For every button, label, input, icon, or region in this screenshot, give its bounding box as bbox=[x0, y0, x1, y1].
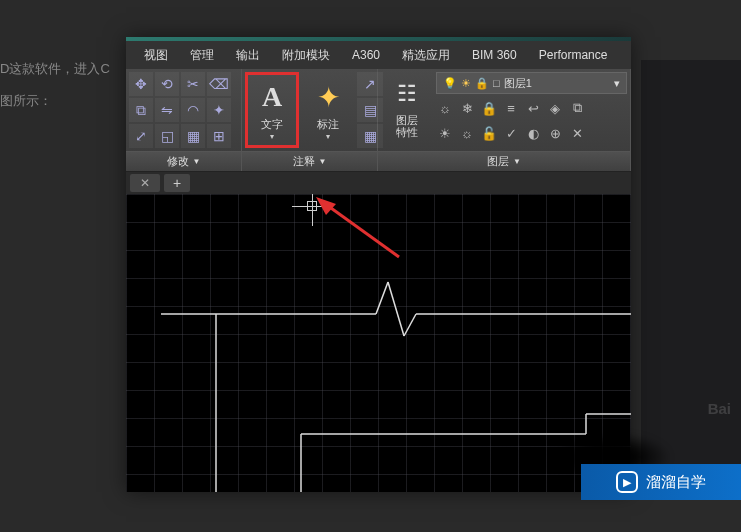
bg-text-line1: D这款软件，进入C bbox=[0, 60, 110, 78]
layers-label-text: 图层 bbox=[487, 154, 509, 169]
panel-annotate-label[interactable]: 注释 ▼ bbox=[242, 151, 377, 171]
menu-performance[interactable]: Performance bbox=[529, 44, 618, 66]
layerprops-label: 图层 特性 bbox=[396, 114, 418, 138]
array-icon[interactable]: ▦ bbox=[181, 124, 205, 148]
watermark-label: 溜溜自学 bbox=[646, 473, 706, 492]
bg-text-line2: 图所示： bbox=[0, 92, 110, 110]
dimension-button[interactable]: ✦ 标注 ▾ bbox=[302, 72, 354, 148]
stretch-icon[interactable]: ⤢ bbox=[129, 124, 153, 148]
chevron-down-icon: ▾ bbox=[614, 77, 620, 90]
annotate-label-text: 注释 bbox=[293, 154, 315, 169]
chevron-down-icon: ▼ bbox=[193, 157, 201, 166]
layer-iso-icon[interactable]: ◈ bbox=[546, 99, 564, 117]
panel-annotate: A 文字 ▾ ✦ 标注 ▾ ↗ ▤ ▦ 注释 ▼ bbox=[242, 69, 378, 171]
fillet-icon[interactable]: ◠ bbox=[181, 98, 205, 122]
layer-copy-icon[interactable]: ⧉ bbox=[568, 99, 586, 117]
offset-icon[interactable]: ⊞ bbox=[207, 124, 231, 148]
layer-properties-button[interactable]: ☷ 图层 特性 bbox=[381, 72, 433, 142]
erase-icon[interactable]: ⌫ bbox=[207, 72, 231, 96]
menubar: 视图 管理 输出 附加模块 A360 精选应用 BIM 360 Performa… bbox=[126, 41, 631, 69]
panel-layers-label[interactable]: 图层 ▼ bbox=[378, 151, 630, 171]
svg-line-1 bbox=[376, 282, 388, 314]
layer-thaw-icon[interactable]: ☼ bbox=[458, 124, 476, 142]
chevron-down-icon: ▾ bbox=[326, 132, 330, 141]
bulb-icon: 💡 bbox=[443, 77, 457, 90]
explode-icon[interactable]: ✦ bbox=[207, 98, 231, 122]
layer-on-icon[interactable]: ☀ bbox=[436, 124, 454, 142]
layer-unlock-icon[interactable]: 🔓 bbox=[480, 124, 498, 142]
chevron-down-icon: ▾ bbox=[270, 132, 274, 141]
layer-current-icon[interactable]: ✓ bbox=[502, 124, 520, 142]
layer-merge-icon[interactable]: ⊕ bbox=[546, 124, 564, 142]
svg-line-2 bbox=[388, 282, 404, 336]
layer-delete-icon[interactable]: ✕ bbox=[568, 124, 586, 142]
background-article-text: D这款软件，进入C 图所示： bbox=[0, 60, 110, 124]
rotate-icon[interactable]: ⟲ bbox=[155, 72, 179, 96]
layer-walk-icon[interactable]: ◐ bbox=[524, 124, 542, 142]
panel-modify: ✥ ⟲ ✂ ⌫ ⧉ ⇋ ◠ ✦ ⤢ ◱ ▦ ⊞ 修改 ▼ bbox=[126, 69, 242, 171]
current-layer-name: 图层1 bbox=[504, 76, 532, 91]
layer-match-icon[interactable]: ≡ bbox=[502, 99, 520, 117]
baidu-watermark: Bai bbox=[708, 400, 731, 417]
chevron-down-icon: ▼ bbox=[513, 157, 521, 166]
panel-modify-label[interactable]: 修改 ▼ bbox=[126, 151, 241, 171]
menu-bim360[interactable]: BIM 360 bbox=[462, 44, 527, 66]
play-icon: ▶ bbox=[616, 471, 638, 493]
lock-icon: 🔒 bbox=[475, 77, 489, 90]
site-watermark: ▶ 溜溜自学 bbox=[581, 464, 741, 500]
layer-off-icon[interactable]: ☼ bbox=[436, 99, 454, 117]
menu-output[interactable]: 输出 bbox=[226, 43, 270, 68]
menu-featured[interactable]: 精选应用 bbox=[392, 43, 460, 68]
drawing-tabstrip: ✕ + bbox=[126, 172, 631, 194]
menu-addins[interactable]: 附加模块 bbox=[272, 43, 340, 68]
close-tab-button[interactable]: ✕ bbox=[130, 174, 160, 192]
dim-label: 标注 bbox=[317, 117, 339, 132]
svg-line-3 bbox=[404, 314, 416, 336]
new-tab-button[interactable]: + bbox=[164, 174, 190, 192]
mirror-icon[interactable]: ⇋ bbox=[155, 98, 179, 122]
print-icon: □ bbox=[493, 77, 500, 89]
layer-properties-icon: ☷ bbox=[389, 76, 425, 112]
menu-a360[interactable]: A360 bbox=[342, 44, 390, 66]
scale-icon[interactable]: ◱ bbox=[155, 124, 179, 148]
chevron-down-icon: ▼ bbox=[319, 157, 327, 166]
menu-manage[interactable]: 管理 bbox=[180, 43, 224, 68]
menu-view[interactable]: 视图 bbox=[134, 43, 178, 68]
panel-layers: ☷ 图层 特性 💡 ☀ 🔒 □ 图层1 ▾ ☼ ❄ 🔒 bbox=[378, 69, 631, 171]
trim-icon[interactable]: ✂ bbox=[181, 72, 205, 96]
cad-app-window: 视图 管理 输出 附加模块 A360 精选应用 BIM 360 Performa… bbox=[126, 37, 631, 492]
text-icon: A bbox=[254, 79, 290, 115]
text-label: 文字 bbox=[261, 117, 283, 132]
layer-freeze-icon[interactable]: ❄ bbox=[458, 99, 476, 117]
layer-prev-icon[interactable]: ↩ bbox=[524, 99, 542, 117]
modify-label-text: 修改 bbox=[167, 154, 189, 169]
layer-lock-icon[interactable]: 🔒 bbox=[480, 99, 498, 117]
text-button[interactable]: A 文字 ▾ bbox=[245, 72, 299, 148]
sun-icon: ☀ bbox=[461, 77, 471, 90]
ribbon: ✥ ⟲ ✂ ⌫ ⧉ ⇋ ◠ ✦ ⤢ ◱ ▦ ⊞ 修改 ▼ bbox=[126, 69, 631, 172]
dimension-icon: ✦ bbox=[310, 79, 346, 115]
copy-icon[interactable]: ⧉ bbox=[129, 98, 153, 122]
move-icon[interactable]: ✥ bbox=[129, 72, 153, 96]
current-layer-dropdown[interactable]: 💡 ☀ 🔒 □ 图层1 ▾ bbox=[436, 72, 627, 94]
